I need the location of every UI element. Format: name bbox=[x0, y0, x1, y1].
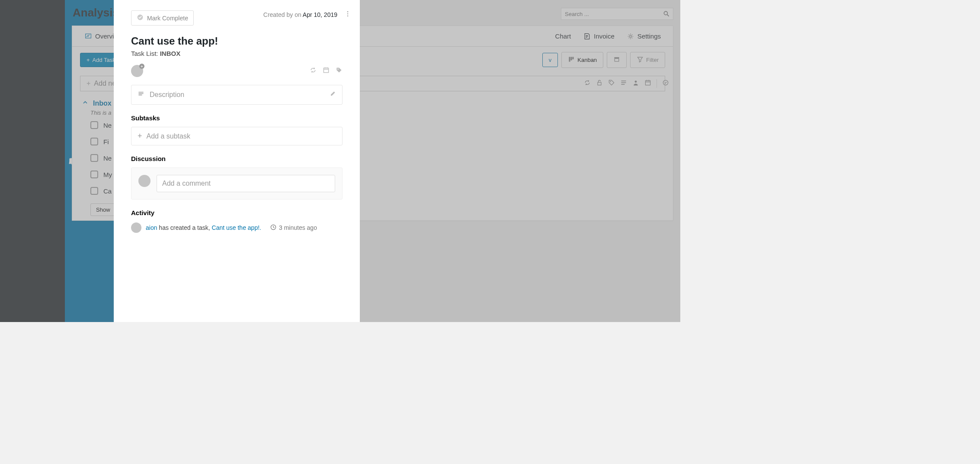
add-subtask-input[interactable]: + Add a subtask bbox=[131, 127, 343, 145]
tag-icon[interactable] bbox=[336, 67, 343, 75]
description-placeholder: Description bbox=[150, 91, 184, 99]
add-subtask-placeholder: Add a subtask bbox=[147, 132, 190, 140]
plus-icon: + bbox=[138, 132, 142, 141]
discussion-heading: Discussion bbox=[131, 155, 343, 162]
activity-task-link[interactable]: Cant use the app!. bbox=[212, 224, 261, 231]
mark-complete-label: Mark Complete bbox=[147, 15, 188, 22]
svg-point-16 bbox=[347, 11, 349, 13]
task-title: Cant use the app! bbox=[131, 35, 343, 47]
mark-complete-button[interactable]: Mark Complete bbox=[131, 10, 194, 26]
subtasks-heading: Subtasks bbox=[131, 114, 343, 122]
svg-rect-19 bbox=[323, 68, 328, 72]
avatar bbox=[131, 222, 141, 233]
add-assignee-button[interactable] bbox=[131, 65, 143, 77]
description-input[interactable]: Description bbox=[131, 85, 343, 105]
created-date: Apr 10, 2019 bbox=[303, 11, 337, 18]
activity-heading: Activity bbox=[131, 209, 343, 216]
pencil-icon[interactable] bbox=[329, 90, 336, 99]
check-circle-icon bbox=[137, 14, 144, 22]
assignee-row bbox=[131, 65, 343, 77]
activity-row: aion has created a task, Cant use the ap… bbox=[131, 222, 343, 233]
refresh-icon[interactable] bbox=[310, 67, 317, 75]
activity-time-label: 3 minutes ago bbox=[279, 224, 317, 231]
more-icon[interactable] bbox=[344, 10, 351, 19]
task-modal: ✕ Mark Complete Created by on Apr 10, 20… bbox=[114, 0, 360, 322]
task-list-label: Task List: bbox=[131, 50, 160, 57]
activity-time: 3 minutes ago bbox=[270, 224, 317, 232]
description-icon bbox=[138, 90, 144, 99]
activity-user[interactable]: aion bbox=[146, 224, 157, 231]
svg-point-18 bbox=[347, 15, 349, 16]
clock-icon bbox=[270, 224, 277, 232]
modal-meta: Created by on Apr 10, 2019 bbox=[263, 11, 337, 18]
task-list-info: Task List: INBOX bbox=[131, 50, 343, 57]
task-list-name[interactable]: INBOX bbox=[160, 50, 181, 57]
activity-text: has created a task, bbox=[157, 224, 211, 231]
calendar-icon[interactable] bbox=[323, 67, 330, 75]
created-by-label: Created by on bbox=[263, 11, 303, 18]
discussion-box: Add a comment bbox=[131, 168, 343, 200]
comment-input[interactable]: Add a comment bbox=[157, 175, 335, 192]
svg-point-20 bbox=[337, 68, 338, 69]
svg-point-17 bbox=[347, 13, 349, 15]
avatar bbox=[138, 175, 151, 187]
task-action-icons bbox=[310, 67, 343, 75]
